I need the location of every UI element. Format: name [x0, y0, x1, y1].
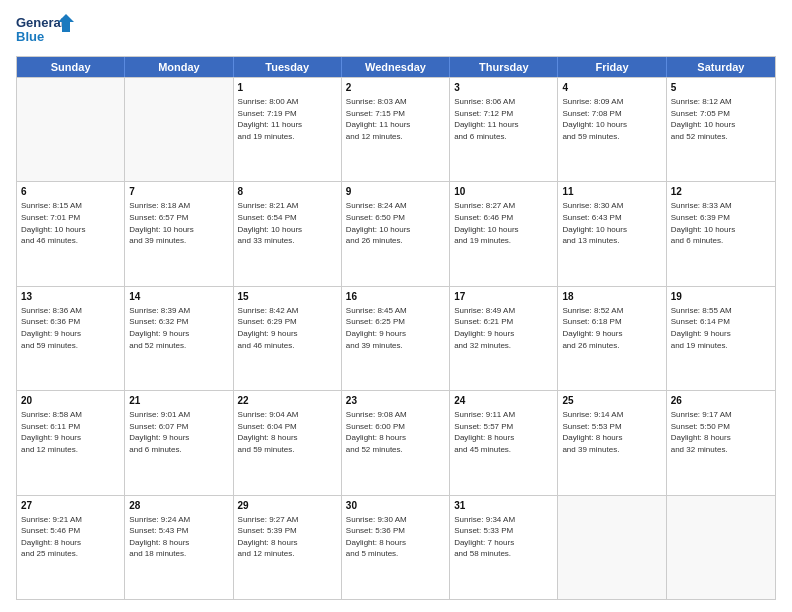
calendar: SundayMondayTuesdayWednesdayThursdayFrid… — [16, 56, 776, 600]
day-info: Sunrise: 8:03 AM Sunset: 7:15 PM Dayligh… — [346, 96, 445, 142]
empty-cell — [125, 78, 233, 181]
calendar-row-5: 27Sunrise: 9:21 AM Sunset: 5:46 PM Dayli… — [17, 495, 775, 599]
day-info: Sunrise: 8:24 AM Sunset: 6:50 PM Dayligh… — [346, 200, 445, 246]
day-cell-2: 2Sunrise: 8:03 AM Sunset: 7:15 PM Daylig… — [342, 78, 450, 181]
svg-text:General: General — [16, 15, 64, 30]
day-cell-5: 5Sunrise: 8:12 AM Sunset: 7:05 PM Daylig… — [667, 78, 775, 181]
day-info: Sunrise: 9:11 AM Sunset: 5:57 PM Dayligh… — [454, 409, 553, 455]
day-number: 8 — [238, 185, 337, 199]
day-info: Sunrise: 9:01 AM Sunset: 6:07 PM Dayligh… — [129, 409, 228, 455]
day-cell-23: 23Sunrise: 9:08 AM Sunset: 6:00 PM Dayli… — [342, 391, 450, 494]
day-number: 18 — [562, 290, 661, 304]
day-info: Sunrise: 8:09 AM Sunset: 7:08 PM Dayligh… — [562, 96, 661, 142]
day-cell-6: 6Sunrise: 8:15 AM Sunset: 7:01 PM Daylig… — [17, 182, 125, 285]
day-number: 11 — [562, 185, 661, 199]
header: GeneralBlue — [16, 12, 776, 48]
empty-cell — [17, 78, 125, 181]
day-info: Sunrise: 8:12 AM Sunset: 7:05 PM Dayligh… — [671, 96, 771, 142]
day-number: 31 — [454, 499, 553, 513]
day-number: 28 — [129, 499, 228, 513]
day-number: 25 — [562, 394, 661, 408]
day-info: Sunrise: 9:08 AM Sunset: 6:00 PM Dayligh… — [346, 409, 445, 455]
day-info: Sunrise: 8:42 AM Sunset: 6:29 PM Dayligh… — [238, 305, 337, 351]
header-day-saturday: Saturday — [667, 57, 775, 77]
day-info: Sunrise: 9:21 AM Sunset: 5:46 PM Dayligh… — [21, 514, 120, 560]
header-day-sunday: Sunday — [17, 57, 125, 77]
header-day-wednesday: Wednesday — [342, 57, 450, 77]
day-info: Sunrise: 9:34 AM Sunset: 5:33 PM Dayligh… — [454, 514, 553, 560]
day-info: Sunrise: 8:39 AM Sunset: 6:32 PM Dayligh… — [129, 305, 228, 351]
svg-text:Blue: Blue — [16, 29, 44, 44]
day-cell-20: 20Sunrise: 8:58 AM Sunset: 6:11 PM Dayli… — [17, 391, 125, 494]
calendar-row-4: 20Sunrise: 8:58 AM Sunset: 6:11 PM Dayli… — [17, 390, 775, 494]
day-info: Sunrise: 9:17 AM Sunset: 5:50 PM Dayligh… — [671, 409, 771, 455]
day-cell-22: 22Sunrise: 9:04 AM Sunset: 6:04 PM Dayli… — [234, 391, 342, 494]
calendar-row-2: 6Sunrise: 8:15 AM Sunset: 7:01 PM Daylig… — [17, 181, 775, 285]
header-day-tuesday: Tuesday — [234, 57, 342, 77]
day-cell-19: 19Sunrise: 8:55 AM Sunset: 6:14 PM Dayli… — [667, 287, 775, 390]
day-cell-18: 18Sunrise: 8:52 AM Sunset: 6:18 PM Dayli… — [558, 287, 666, 390]
day-cell-9: 9Sunrise: 8:24 AM Sunset: 6:50 PM Daylig… — [342, 182, 450, 285]
day-cell-25: 25Sunrise: 9:14 AM Sunset: 5:53 PM Dayli… — [558, 391, 666, 494]
header-day-friday: Friday — [558, 57, 666, 77]
logo: GeneralBlue — [16, 12, 76, 48]
day-number: 9 — [346, 185, 445, 199]
day-cell-29: 29Sunrise: 9:27 AM Sunset: 5:39 PM Dayli… — [234, 496, 342, 599]
day-cell-21: 21Sunrise: 9:01 AM Sunset: 6:07 PM Dayli… — [125, 391, 233, 494]
day-cell-1: 1Sunrise: 8:00 AM Sunset: 7:19 PM Daylig… — [234, 78, 342, 181]
day-info: Sunrise: 9:04 AM Sunset: 6:04 PM Dayligh… — [238, 409, 337, 455]
day-info: Sunrise: 8:45 AM Sunset: 6:25 PM Dayligh… — [346, 305, 445, 351]
day-number: 7 — [129, 185, 228, 199]
calendar-row-3: 13Sunrise: 8:36 AM Sunset: 6:36 PM Dayli… — [17, 286, 775, 390]
day-cell-24: 24Sunrise: 9:11 AM Sunset: 5:57 PM Dayli… — [450, 391, 558, 494]
day-info: Sunrise: 8:00 AM Sunset: 7:19 PM Dayligh… — [238, 96, 337, 142]
day-info: Sunrise: 9:27 AM Sunset: 5:39 PM Dayligh… — [238, 514, 337, 560]
day-number: 29 — [238, 499, 337, 513]
day-number: 2 — [346, 81, 445, 95]
day-info: Sunrise: 8:36 AM Sunset: 6:36 PM Dayligh… — [21, 305, 120, 351]
day-info: Sunrise: 8:52 AM Sunset: 6:18 PM Dayligh… — [562, 305, 661, 351]
day-info: Sunrise: 8:15 AM Sunset: 7:01 PM Dayligh… — [21, 200, 120, 246]
day-number: 15 — [238, 290, 337, 304]
day-info: Sunrise: 8:06 AM Sunset: 7:12 PM Dayligh… — [454, 96, 553, 142]
day-number: 30 — [346, 499, 445, 513]
page: GeneralBlue SundayMondayTuesdayWednesday… — [0, 0, 792, 612]
day-number: 20 — [21, 394, 120, 408]
day-info: Sunrise: 8:27 AM Sunset: 6:46 PM Dayligh… — [454, 200, 553, 246]
day-number: 24 — [454, 394, 553, 408]
day-number: 13 — [21, 290, 120, 304]
day-number: 21 — [129, 394, 228, 408]
day-cell-4: 4Sunrise: 8:09 AM Sunset: 7:08 PM Daylig… — [558, 78, 666, 181]
day-cell-8: 8Sunrise: 8:21 AM Sunset: 6:54 PM Daylig… — [234, 182, 342, 285]
day-cell-10: 10Sunrise: 8:27 AM Sunset: 6:46 PM Dayli… — [450, 182, 558, 285]
day-number: 16 — [346, 290, 445, 304]
day-cell-14: 14Sunrise: 8:39 AM Sunset: 6:32 PM Dayli… — [125, 287, 233, 390]
day-info: Sunrise: 9:30 AM Sunset: 5:36 PM Dayligh… — [346, 514, 445, 560]
day-info: Sunrise: 8:55 AM Sunset: 6:14 PM Dayligh… — [671, 305, 771, 351]
day-cell-11: 11Sunrise: 8:30 AM Sunset: 6:43 PM Dayli… — [558, 182, 666, 285]
day-number: 22 — [238, 394, 337, 408]
calendar-row-1: 1Sunrise: 8:00 AM Sunset: 7:19 PM Daylig… — [17, 77, 775, 181]
day-info: Sunrise: 8:33 AM Sunset: 6:39 PM Dayligh… — [671, 200, 771, 246]
day-number: 17 — [454, 290, 553, 304]
day-cell-12: 12Sunrise: 8:33 AM Sunset: 6:39 PM Dayli… — [667, 182, 775, 285]
day-cell-15: 15Sunrise: 8:42 AM Sunset: 6:29 PM Dayli… — [234, 287, 342, 390]
day-number: 6 — [21, 185, 120, 199]
day-number: 19 — [671, 290, 771, 304]
day-info: Sunrise: 8:49 AM Sunset: 6:21 PM Dayligh… — [454, 305, 553, 351]
day-number: 10 — [454, 185, 553, 199]
day-cell-31: 31Sunrise: 9:34 AM Sunset: 5:33 PM Dayli… — [450, 496, 558, 599]
day-info: Sunrise: 8:30 AM Sunset: 6:43 PM Dayligh… — [562, 200, 661, 246]
day-number: 27 — [21, 499, 120, 513]
day-cell-27: 27Sunrise: 9:21 AM Sunset: 5:46 PM Dayli… — [17, 496, 125, 599]
day-cell-17: 17Sunrise: 8:49 AM Sunset: 6:21 PM Dayli… — [450, 287, 558, 390]
day-cell-16: 16Sunrise: 8:45 AM Sunset: 6:25 PM Dayli… — [342, 287, 450, 390]
day-number: 3 — [454, 81, 553, 95]
empty-cell — [667, 496, 775, 599]
day-number: 1 — [238, 81, 337, 95]
day-number: 14 — [129, 290, 228, 304]
day-cell-28: 28Sunrise: 9:24 AM Sunset: 5:43 PM Dayli… — [125, 496, 233, 599]
calendar-body: 1Sunrise: 8:00 AM Sunset: 7:19 PM Daylig… — [17, 77, 775, 599]
calendar-header: SundayMondayTuesdayWednesdayThursdayFrid… — [17, 57, 775, 77]
day-cell-13: 13Sunrise: 8:36 AM Sunset: 6:36 PM Dayli… — [17, 287, 125, 390]
